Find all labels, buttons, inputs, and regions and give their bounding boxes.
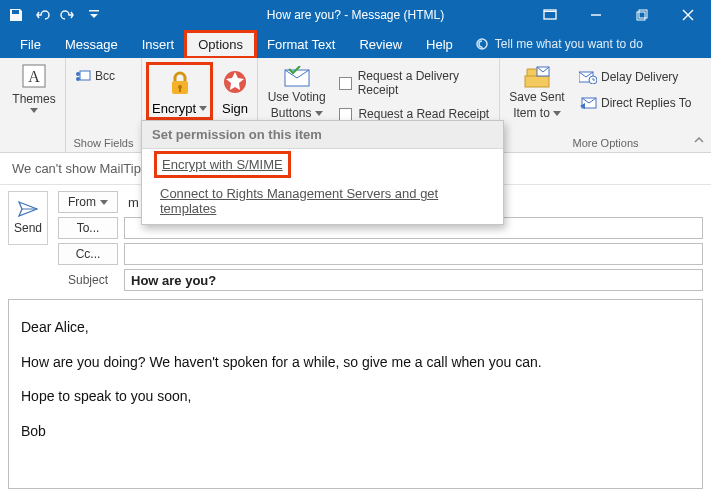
direct-replies-button[interactable]: Direct Replies To	[576, 95, 694, 111]
subject-field[interactable]	[124, 269, 703, 291]
svg-rect-14	[179, 87, 181, 92]
read-receipt-checkbox[interactable]: Request a Read Receipt	[339, 107, 493, 121]
ribbon-tabs: File Message Insert Options Format Text …	[0, 30, 711, 58]
svg-rect-9	[80, 71, 90, 80]
message-body[interactable]: Dear Alice, How are you doing? We haven'…	[8, 299, 703, 489]
svg-point-6	[481, 47, 483, 49]
qat-customize-icon[interactable]	[86, 7, 102, 23]
svg-point-10	[76, 72, 80, 76]
delay-delivery-label: Delay Delivery	[601, 70, 678, 84]
tab-review[interactable]: Review	[347, 32, 414, 57]
connect-rms-item[interactable]: Connect to Rights Management Servers and…	[142, 178, 503, 224]
group-more-options: More Options	[506, 137, 705, 150]
dropdown-header: Set permission on this item	[142, 121, 503, 149]
send-button[interactable]: Send	[8, 191, 48, 245]
tell-me-label: Tell me what you want to do	[495, 37, 643, 51]
group-show-fields: Show Fields	[72, 137, 135, 150]
bcc-button[interactable]: Bcc	[72, 68, 118, 84]
tab-message[interactable]: Message	[53, 32, 130, 57]
read-receipt-label: Request a Read Receipt	[358, 107, 489, 121]
undo-icon[interactable]	[34, 7, 50, 23]
sign-label: Sign	[222, 101, 248, 116]
svg-rect-17	[525, 76, 549, 87]
save-sent-l1: Save Sent	[509, 90, 564, 104]
restore-button[interactable]	[619, 0, 665, 30]
sign-button[interactable]: Sign	[217, 64, 253, 118]
themes-button[interactable]: A Themes	[6, 62, 62, 113]
close-button[interactable]	[665, 0, 711, 30]
direct-replies-label: Direct Replies To	[601, 96, 691, 110]
cc-field[interactable]	[124, 243, 703, 265]
encrypt-label: Encrypt	[152, 101, 196, 116]
delay-delivery-button[interactable]: Delay Delivery	[576, 69, 694, 85]
delivery-receipt-label: Request a Delivery Receipt	[358, 69, 493, 97]
svg-point-11	[76, 77, 80, 81]
svg-rect-4	[639, 10, 647, 18]
body-line: Bob	[21, 418, 690, 445]
window-maximize-icon[interactable]	[527, 0, 573, 30]
tell-me-search[interactable]: Tell me what you want to do	[475, 37, 643, 51]
titlebar: How are you? - Message (HTML)	[0, 0, 711, 30]
save-sent-item-button[interactable]: Save Sent Item to	[506, 66, 568, 120]
subject-label: Subject	[58, 273, 118, 287]
from-value: m	[124, 195, 139, 210]
voting-buttons[interactable]: Use Voting Buttons	[264, 66, 329, 120]
encrypt-button[interactable]: Encrypt	[148, 64, 211, 118]
body-line: Hope to speak to you soon,	[21, 383, 690, 410]
tab-options[interactable]: Options	[186, 32, 255, 57]
from-button[interactable]: From	[58, 191, 118, 213]
ribbon: A Themes Bcc Show Fields Encry	[0, 58, 711, 153]
redo-icon[interactable]	[60, 7, 76, 23]
encrypt-smime-item[interactable]: Encrypt with S/MIME	[156, 153, 289, 176]
themes-label: Themes	[12, 92, 55, 106]
minimize-button[interactable]	[573, 0, 619, 30]
save-icon[interactable]	[8, 7, 24, 23]
tab-insert[interactable]: Insert	[130, 32, 187, 57]
save-sent-l2: Item to	[513, 106, 550, 120]
body-line: Dear Alice,	[21, 314, 690, 341]
svg-text:A: A	[28, 68, 40, 85]
collapse-ribbon-icon[interactable]	[693, 134, 705, 146]
encrypt-dropdown: Set permission on this item Encrypt with…	[141, 120, 504, 225]
cc-button[interactable]: Cc...	[58, 243, 118, 265]
delivery-receipt-checkbox[interactable]: Request a Delivery Receipt	[339, 69, 493, 97]
svg-rect-3	[637, 12, 645, 20]
tab-help[interactable]: Help	[414, 32, 465, 57]
body-line: How are you doing? We haven't spoken for…	[21, 349, 690, 376]
send-label: Send	[14, 221, 42, 235]
tab-file[interactable]: File	[8, 32, 53, 57]
tab-format-text[interactable]: Format Text	[255, 32, 347, 57]
to-button[interactable]: To...	[58, 217, 118, 239]
voting-l1: Use Voting	[268, 90, 326, 104]
voting-l2: Buttons	[271, 106, 312, 120]
bcc-label: Bcc	[95, 69, 115, 83]
